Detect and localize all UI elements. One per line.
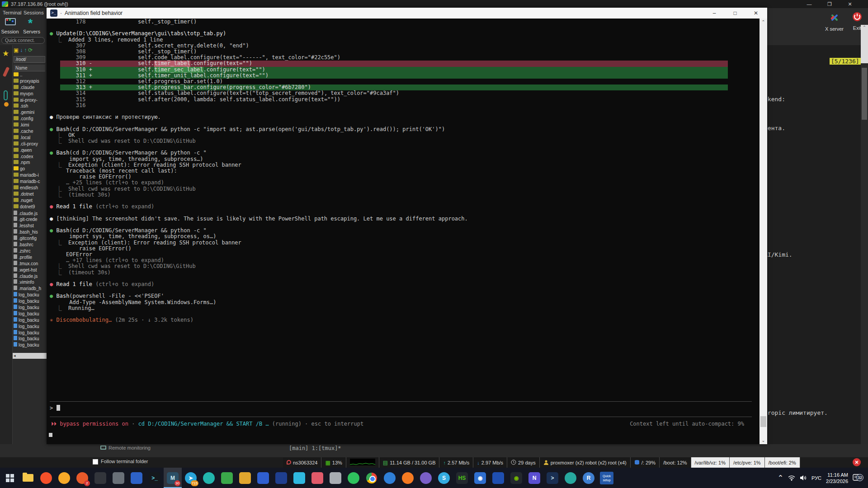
volume-icon[interactable] [800, 475, 807, 481]
tray-chevron-icon[interactable]: ⌃ [778, 474, 783, 482]
taskbar-app-skype-icon[interactable]: S [435, 468, 453, 488]
mobax-minimize-button[interactable]: — [802, 0, 816, 8]
action-center-button[interactable]: 32 [853, 472, 864, 484]
file-list-item[interactable]: log_backu [14, 317, 47, 324]
right-scrollbar-thumb[interactable] [862, 68, 867, 120]
taskbar-app-navy-app-icon[interactable] [272, 468, 290, 488]
claude-scrollbar[interactable]: ⌃ ⌄ [760, 19, 767, 444]
file-list-item[interactable]: .claude [14, 85, 47, 91]
file-list-item[interactable]: .nuget [14, 198, 47, 204]
file-list-item[interactable]: dotnet9 [14, 204, 47, 211]
file-list-item[interactable]: log_backu [14, 292, 47, 298]
file-list-item[interactable]: .ssh [14, 103, 47, 110]
wifi-icon[interactable] [788, 475, 795, 481]
file-list-item[interactable]: .claude.js [14, 211, 47, 217]
taskbar-app-powershell-icon[interactable]: > [543, 468, 561, 488]
file-list-item[interactable]: .bash_his [14, 229, 47, 235]
taskbar-app-teal-app-icon[interactable] [200, 468, 218, 488]
taskbar-app-teal-circle-app-icon[interactable] [561, 468, 580, 488]
file-list-item[interactable]: endlessh [14, 185, 47, 192]
taskbar-app-nvidia-icon[interactable]: ◉ [507, 468, 525, 488]
taskbar-app-file-explorer-icon[interactable] [19, 468, 37, 488]
taskbar-app-quick-setup-icon[interactable]: Quicksetup [598, 468, 616, 488]
file-list-item[interactable]: .local [14, 135, 47, 141]
file-list-item[interactable]: log_backu [14, 324, 47, 330]
file-list-item[interactable]: .gitconfig [14, 235, 47, 242]
file-list-item[interactable]: log_backu [14, 342, 47, 348]
file-list-item[interactable]: go [14, 166, 47, 173]
status-segment[interactable] [346, 457, 379, 468]
language-indicator[interactable]: РУС [811, 475, 821, 481]
status-segment[interactable]: /boot: 12% [660, 457, 691, 468]
file-list-item[interactable]: log_backu [14, 330, 47, 336]
session-button[interactable] [5, 18, 16, 25]
mobax-close-button[interactable]: ✕ [843, 0, 857, 8]
status-segment[interactable]: ↓2.97 Mb/s [473, 457, 507, 468]
mobax-maximize-button[interactable]: ❐ [823, 0, 836, 8]
taskbar-app-cyan-app-icon[interactable] [290, 468, 308, 488]
file-list-item[interactable]: .git-crede [14, 216, 47, 223]
taskbar-app-camera-app-icon[interactable]: ◉ [471, 468, 489, 488]
file-list-item[interactable]: .mariadb_h [14, 286, 47, 292]
file-list-item[interactable]: .claude.js [14, 273, 47, 280]
remote-monitoring-label[interactable]: Remote monitoring [108, 445, 151, 450]
status-segment[interactable]: ↑2.57 Mb/s [439, 457, 473, 468]
claude-close-button[interactable]: ✕ [747, 8, 764, 19]
right-scrollbar[interactable] [861, 63, 868, 452]
prompt-caret[interactable]: > [50, 405, 53, 411]
favorites-star-icon[interactable]: ★ [2, 49, 9, 58]
taskbar-app-terminal-app-icon[interactable]: >_ [146, 468, 164, 488]
quick-connect-input[interactable]: Quick connect. [1, 37, 45, 44]
scroll-up-arrow-icon[interactable]: ⌃ [760, 19, 767, 24]
taskbar-app-gray-app-icon[interactable] [109, 468, 127, 488]
taskbar-app-amber-app-2-icon[interactable] [236, 468, 254, 488]
orange-dot-icon[interactable] [4, 102, 9, 107]
claude-scrollbar-thumb[interactable] [760, 416, 766, 427]
file-list-item[interactable]: mariadb-c [14, 179, 47, 185]
taskbar-app-dark-app-icon[interactable] [91, 468, 109, 488]
file-list-item[interactable]: log_backu [14, 311, 47, 317]
taskbar-app-rstudio-icon[interactable]: R [580, 468, 598, 488]
name-column-header[interactable]: Name [14, 65, 45, 71]
right-scrollbar-top[interactable]: ⌃ [861, 25, 868, 63]
status-segment[interactable]: ▤11.14 GB / 31.00 GB [379, 457, 440, 468]
file-list-item[interactable]: .config [14, 116, 47, 122]
file-list-item[interactable]: .cli-proxy [14, 141, 47, 148]
upload-icon[interactable]: ↑ [24, 47, 27, 53]
taskbar-app-notion-app-icon[interactable]: N [525, 468, 543, 488]
status-segment[interactable]: /boot/efi: 2% [765, 457, 800, 468]
menu-sessions[interactable]: Sessions [24, 10, 44, 15]
taskbar-app-coral-app-icon[interactable] [308, 468, 326, 488]
macros-icon[interactable] [4, 90, 8, 100]
taskbar-app-viber-icon[interactable] [417, 468, 435, 488]
taskbar-app-blue-app-icon[interactable] [127, 468, 146, 488]
file-list-item[interactable]: .wget-hst [14, 267, 47, 273]
statusbar-close-icon[interactable]: ✕ [853, 458, 861, 466]
file-list-item[interactable]: ai-proxy- [14, 98, 47, 104]
status-segment[interactable]: 29 days [507, 457, 540, 468]
taskbar-app-start-icon[interactable] [1, 468, 19, 488]
taskbar-app-hs-app-icon[interactable]: HS [453, 468, 471, 488]
file-list-item[interactable]: .dotnet [14, 192, 47, 198]
file-list-item[interactable]: myvpn [14, 91, 47, 98]
refresh-icon[interactable]: ⟳ [28, 47, 33, 53]
file-list-item[interactable]: .bashrc [14, 242, 47, 248]
claude-maximize-button[interactable]: □ [726, 8, 744, 19]
file-list-item[interactable]: proxyapis [14, 79, 47, 85]
file-list-item[interactable]: .kimi [14, 122, 47, 129]
taskbar-app-edge-icon[interactable] [381, 468, 399, 488]
file-list-item[interactable]: .npm [14, 160, 47, 166]
taskbar-app-silver-app-icon[interactable] [326, 468, 344, 488]
status-segment[interactable]: ns3063324 [283, 457, 321, 468]
file-list-item[interactable]: .zshrc [14, 248, 47, 254]
status-segment[interactable]: /etc/pve: 1% [730, 457, 765, 468]
menu-terminal[interactable]: Terminal [3, 10, 22, 15]
file-list-item[interactable]: .viminfo [14, 279, 47, 286]
file-list-item[interactable]: log_backu [14, 336, 47, 342]
file-list-item[interactable]: mariadb-i [14, 173, 47, 179]
status-segment[interactable]: /: 29% [631, 457, 660, 468]
taskbar-app-opera-icon[interactable]: 2 [73, 468, 91, 488]
file-list-item[interactable]: .codex [14, 154, 47, 160]
tools-icon[interactable] [3, 67, 10, 77]
taskbar-app-chrome-icon[interactable] [363, 468, 381, 488]
